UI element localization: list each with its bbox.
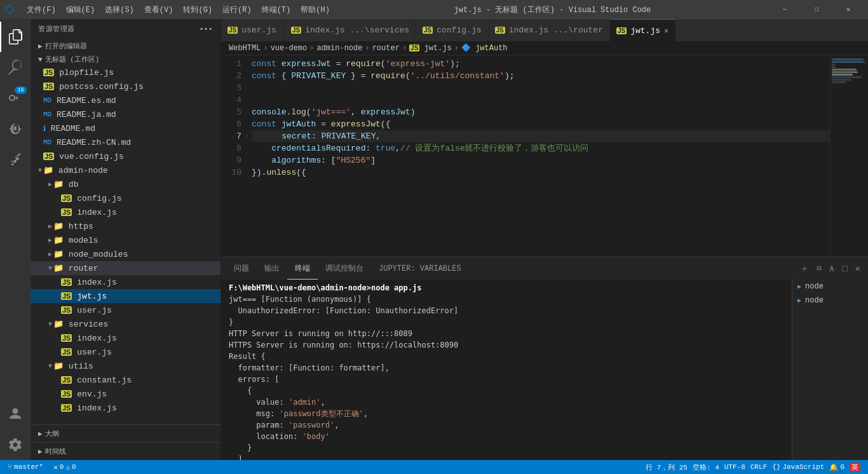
- tree-item-db[interactable]: ▶ 📁 db: [31, 177, 220, 191]
- tree-item-node-modules[interactable]: ▶ 📁 node_modules: [31, 247, 220, 261]
- menu-goto[interactable]: 转到(G): [178, 2, 217, 18]
- close-panel-icon[interactable]: ✕: [853, 261, 863, 276]
- status-spaces[interactable]: 空格: 4: [690, 463, 722, 472]
- terminal-instance-2[interactable]: ▶ node: [792, 294, 868, 308]
- status-errors[interactable]: ✕ 0 ⚠ 0: [51, 463, 78, 471]
- panel-tab-problems[interactable]: 问题: [226, 257, 257, 280]
- code-editor[interactable]: 1 2 3 4 5 6 7 8 9 10 const expressJwt = …: [221, 55, 868, 257]
- tab-user-js[interactable]: JS user.js: [221, 19, 285, 41]
- tree-item-jwt[interactable]: JS jwt.js: [31, 289, 220, 303]
- js-file-icon: JS: [61, 292, 72, 300]
- breadcrumb-item[interactable]: 🔷 jwtAuth: [461, 43, 508, 53]
- terminal-arrow-icon: ▶: [797, 283, 801, 290]
- line-numbers: 1 2 3 4 5 6 7 8 9 10: [221, 55, 247, 257]
- tree-item[interactable]: JS index.js: [31, 275, 220, 289]
- tab-jwt-js[interactable]: JS jwt.js ✕: [610, 19, 675, 41]
- activity-debug[interactable]: [0, 113, 31, 144]
- panel-tab-jupyter[interactable]: JUPYTER: VARIABLES: [371, 257, 469, 280]
- activity-source-control[interactable]: 16: [0, 83, 31, 113]
- folder-icon: 📁: [53, 249, 64, 259]
- tree-item[interactable]: ℹ README.md: [31, 121, 220, 135]
- tree-item[interactable]: JS index.js: [31, 401, 220, 415]
- menu-terminal[interactable]: 终端(T): [257, 2, 296, 18]
- status-line-col[interactable]: 行 7，列 25: [643, 463, 690, 472]
- activity-settings[interactable]: [0, 430, 31, 460]
- menu-bar[interactable]: 文件(F) 编辑(E) 选择(S) 查看(V) 转到(G) 运行(R) 终端(T…: [22, 2, 335, 18]
- tree-item[interactable]: JS plopfile.js: [31, 65, 220, 79]
- chevron-icon: ▶: [48, 222, 52, 230]
- window-controls[interactable]: ─ □ ✕: [770, 0, 863, 19]
- breadcrumb-item[interactable]: JS jwt.js: [409, 44, 452, 53]
- tree-item-router[interactable]: ▼ 📁 router: [31, 261, 220, 275]
- tree-item[interactable]: JS index.js: [31, 331, 220, 345]
- menu-help[interactable]: 帮助(H): [295, 2, 335, 18]
- maximize-panel-icon[interactable]: □: [839, 261, 850, 276]
- tree-item[interactable]: JS env.js: [31, 387, 220, 401]
- terminal-instance-1[interactable]: ▶ node: [792, 280, 868, 294]
- status-notifications[interactable]: 🔔 G: [827, 463, 847, 472]
- outline-title[interactable]: ▶ 大纲: [31, 428, 220, 440]
- status-line-ending[interactable]: CRLF: [748, 463, 770, 472]
- close-button[interactable]: ✕: [834, 0, 863, 19]
- chevron-up-icon[interactable]: ∧: [827, 261, 837, 276]
- js-tab-icon: JS: [616, 27, 627, 34]
- tab-index-services[interactable]: JS index.js ...\services: [285, 19, 416, 41]
- menu-edit[interactable]: 编辑(E): [61, 2, 100, 18]
- file-tree: JS plopfile.js JS postcss.config.js MD R…: [31, 65, 220, 424]
- md-file-icon: MD: [43, 111, 51, 118]
- tree-item-admin-node[interactable]: ▼ 📁 admin-node: [31, 163, 220, 177]
- tab-close-icon[interactable]: ✕: [664, 26, 668, 36]
- activity-extensions[interactable]: [0, 144, 31, 174]
- activity-explorer[interactable]: [0, 22, 31, 52]
- terminal-line: F:\WebHTML\vue-demo\admin-node>node app.…: [229, 282, 784, 294]
- breadcrumb-item[interactable]: admin-node: [316, 44, 362, 53]
- minimize-button[interactable]: ─: [770, 0, 799, 19]
- tree-item[interactable]: MD README.zh-CN.md: [31, 135, 220, 149]
- tree-item-models[interactable]: ▶ 📁 models: [31, 233, 220, 247]
- tree-item[interactable]: JS index.js: [31, 205, 220, 219]
- menu-view[interactable]: 查看(V): [139, 2, 179, 18]
- add-terminal-icon[interactable]: ＋: [797, 261, 811, 277]
- breadcrumb-item[interactable]: WebHTML: [229, 44, 261, 53]
- menu-run[interactable]: 运行(R): [217, 2, 257, 18]
- activity-search[interactable]: [0, 52, 31, 83]
- activity-account[interactable]: [0, 399, 31, 430]
- tree-item[interactable]: MD README.es.md: [31, 93, 220, 107]
- breadcrumb-item[interactable]: vue-demo: [271, 44, 308, 53]
- code-lines[interactable]: const expressJwt = require('express-jwt'…: [247, 55, 830, 257]
- sidebar-more-btn[interactable]: •••: [200, 25, 213, 33]
- split-terminal-icon[interactable]: ⊟: [814, 261, 824, 276]
- panel-header: 问题 输出 终端 调试控制台 JUPYTER: VARIABLES ＋ ⊟ ∧ …: [221, 257, 868, 280]
- status-language[interactable]: {} JavaScript: [770, 463, 827, 472]
- tree-item-utils[interactable]: ▼ 📁 utils: [31, 359, 220, 373]
- tree-item[interactable]: JS constant.js: [31, 373, 220, 387]
- status-encoding[interactable]: UTF-8: [722, 463, 748, 472]
- terminal-line: UnauthorizedError: [Function: Unauthoriz…: [229, 305, 784, 316]
- tree-item[interactable]: JS postcss.config.js: [31, 79, 220, 93]
- panel-tab-terminal[interactable]: 终端: [287, 257, 318, 280]
- timeline-title[interactable]: ▶ 时间线: [31, 445, 220, 457]
- menu-file[interactable]: 文件(F): [22, 2, 61, 18]
- tree-item[interactable]: JS vue.config.js: [31, 149, 220, 163]
- tree-item-services[interactable]: ▼ 📁 services: [31, 317, 220, 331]
- tree-item[interactable]: JS user.js: [31, 345, 220, 359]
- tree-item[interactable]: JS config.js: [31, 191, 220, 205]
- menu-select[interactable]: 选择(S): [100, 2, 139, 18]
- status-input-method[interactable]: 英: [847, 463, 863, 472]
- tab-config-js[interactable]: JS config.js: [416, 19, 488, 41]
- maximize-button[interactable]: □: [802, 0, 831, 19]
- workspace-section[interactable]: ▼ 无标题 (工作区): [31, 52, 220, 65]
- sidebar-title: 资源管理器: [38, 24, 75, 34]
- terminal-content[interactable]: F:\WebHTML\vue-demo\admin-node>node app.…: [221, 280, 792, 460]
- tree-item-https[interactable]: ▶ 📁 https: [31, 219, 220, 233]
- panel-tab-output[interactable]: 输出: [257, 257, 287, 280]
- vscode-icon: ⬡: [5, 3, 14, 16]
- tab-index-router[interactable]: JS index.js ...\router: [489, 19, 610, 41]
- open-editors-section[interactable]: ▶ 打开的编辑器: [31, 39, 220, 52]
- panel-tab-debug[interactable]: 调试控制台: [318, 257, 371, 280]
- open-editors-chevron: ▶: [38, 42, 43, 50]
- tree-item[interactable]: JS user.js: [31, 303, 220, 317]
- tree-item[interactable]: MD README.ja.md: [31, 107, 220, 121]
- breadcrumb-item[interactable]: router: [372, 44, 400, 53]
- status-branch[interactable]: ⑂ master*: [5, 463, 46, 471]
